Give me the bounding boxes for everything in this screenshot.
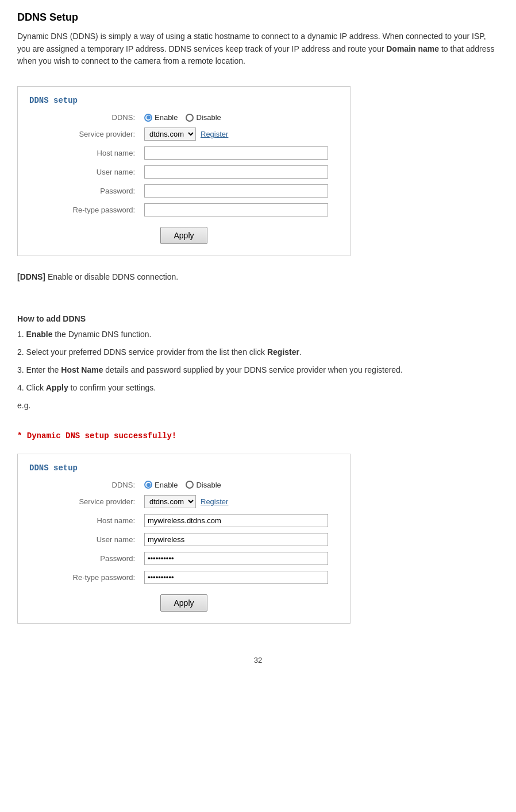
form1-hostname-input[interactable] [144, 146, 328, 160]
form1-service-select[interactable]: dtdns.com [144, 127, 196, 141]
form1-password-label: Password: [29, 187, 144, 195]
form2-enable-dot [144, 481, 152, 489]
form1-username-row: User name: [29, 165, 338, 179]
step2-line: 2. Select your preferred DDNS service pr… [17, 346, 499, 358]
step4-pre: 4. Click [17, 383, 46, 392]
form2-disable-label: Disable [196, 481, 221, 489]
ddns-desc-text: Enable or disable DDNS connection. [48, 272, 178, 281]
step5-line: e.g. [17, 400, 499, 412]
form2-password-control [144, 552, 338, 565]
form1-enable-label: Enable [155, 113, 178, 122]
form2-register-link[interactable]: Register [201, 497, 228, 506]
form1-register-link[interactable]: Register [201, 130, 228, 138]
form1-service-label: Service provider: [29, 130, 144, 138]
page-number: 32 [17, 656, 499, 664]
form2-ddns-row: DDNS: Enable Disable [29, 481, 338, 489]
form2-hostname-control [144, 514, 338, 527]
step2-end: . [299, 347, 302, 357]
form2-retype-row: Re-type password: [29, 571, 338, 584]
page-title: DDNS Setup [17, 11, 499, 24]
form1-hostname-control [144, 146, 338, 160]
form2-service-label: Service provider: [29, 497, 144, 506]
form1-hostname-label: Host name: [29, 149, 144, 157]
form2-username-control [144, 533, 338, 546]
form2-apply-button[interactable]: Apply [160, 594, 207, 612]
form1-password-row: Password: [29, 184, 338, 198]
form2-retype-control [144, 571, 338, 584]
success-message: * Dynamic DNS setup successfully! [17, 430, 499, 442]
form2-disable-dot [186, 481, 194, 489]
instructions-block: [DDNS] Enable or disable DDNS connection… [17, 271, 499, 412]
form2-service-control: dtdns.com Register [144, 495, 338, 508]
form1-enable-radio[interactable]: Enable [144, 113, 178, 122]
ddns-form-1: DDNS setup DDNS: Enable Disable Service … [17, 86, 351, 256]
ddns-form-2: DDNS setup DDNS: Enable Disable Service … [17, 454, 351, 624]
form2-disable-radio[interactable]: Disable [186, 481, 221, 489]
step3-pre: 3. Enter the [17, 365, 61, 374]
form1-enable-dot [144, 114, 152, 122]
form2-hostname-label: Host name: [29, 516, 144, 525]
form1-password-control [144, 184, 338, 198]
form1-ddns-row: DDNS: Enable Disable [29, 113, 338, 122]
form1-retype-label: Re-type password: [29, 206, 144, 214]
form2-password-row: Password: [29, 552, 338, 565]
ddns-label-bracket: [DDNS] [17, 272, 45, 281]
form1-retype-input[interactable] [144, 203, 328, 216]
form2-username-input[interactable] [144, 533, 328, 546]
form1-service-control: dtdns.com Register [144, 127, 338, 141]
page-description: Dynamic DNS (DDNS) is simply a way of us… [17, 30, 499, 68]
success-text: * Dynamic DNS setup successfully! [17, 430, 499, 442]
form2-ddns-control: Enable Disable [144, 481, 338, 489]
step4-bold: Apply [46, 383, 68, 392]
form2-title: DDNS setup [29, 463, 338, 473]
form1-password-input[interactable] [144, 184, 328, 198]
form1-retype-control [144, 203, 338, 216]
form1-disable-dot [186, 114, 194, 122]
form1-title: DDNS setup [29, 96, 338, 105]
step1-line: 1. Enable the Dynamic DNS function. [17, 328, 499, 341]
form2-ddns-label: DDNS: [29, 481, 144, 489]
form2-password-label: Password: [29, 554, 144, 563]
step3-line: 3. Enter the Host Name details and passw… [17, 364, 499, 376]
form1-username-label: User name: [29, 168, 144, 176]
desc-bold: Domain name [386, 44, 439, 53]
form1-disable-label: Disable [196, 113, 221, 122]
form2-retype-input[interactable] [144, 571, 328, 584]
step1-rest: the Dynamic DNS function. [52, 330, 151, 339]
form1-username-input[interactable] [144, 165, 328, 179]
form2-enable-radio[interactable]: Enable [144, 481, 178, 489]
step2-pre: 2. Select your preferred DDNS service pr… [17, 347, 267, 357]
ddns-desc: [DDNS] Enable or disable DDNS connection… [17, 271, 499, 283]
form2-username-label: User name: [29, 535, 144, 544]
form1-disable-radio[interactable]: Disable [186, 113, 221, 122]
step4-end: to confirm your settings. [68, 383, 156, 392]
form2-hostname-row: Host name: [29, 514, 338, 527]
how-to-title: How to add DDNS [17, 313, 499, 325]
form1-hostname-row: Host name: [29, 146, 338, 160]
step1-bold: Enable [26, 330, 53, 339]
step3-bold: Host Name [61, 365, 103, 374]
form1-retype-row: Re-type password: [29, 203, 338, 216]
step2-bold: Register [267, 347, 299, 357]
form2-username-row: User name: [29, 533, 338, 546]
form2-retype-label: Re-type password: [29, 573, 144, 582]
form1-apply-button[interactable]: Apply [160, 227, 207, 244]
step3-end: details and password supplied by your DD… [103, 365, 402, 374]
form2-hostname-input[interactable] [144, 514, 328, 527]
form1-ddns-label: DDNS: [29, 113, 144, 122]
step1-num: 1. [17, 330, 26, 339]
form1-ddns-control: Enable Disable [144, 113, 338, 122]
form2-enable-label: Enable [155, 481, 178, 489]
form2-service-row: Service provider: dtdns.com Register [29, 495, 338, 508]
form2-service-select[interactable]: dtdns.com [144, 495, 196, 508]
form2-password-input[interactable] [144, 552, 328, 565]
form1-username-control [144, 165, 338, 179]
step4-line: 4. Click Apply to confirm your settings. [17, 382, 499, 394]
form1-service-row: Service provider: dtdns.com Register [29, 127, 338, 141]
